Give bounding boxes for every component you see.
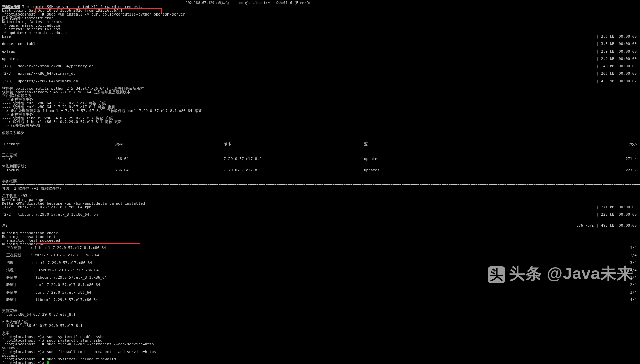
watermark-text: 头条 @Java未来 (509, 265, 633, 282)
command-firewall-https: sudo firewall-cmd --permanent --add-serv… (47, 350, 156, 354)
command-firewall-http: sudo firewall-cmd --permanent --add-serv… (47, 342, 154, 346)
window-menu-icon[interactable]: ▾ (182, 2, 184, 5)
table-border: ========================================… (2, 183, 640, 187)
prompt: [root@localhost ~]# (2, 361, 47, 364)
command-reload-firewalld: sudo systemctl reload firewalld (47, 357, 116, 361)
command-yum-install: sudo yum install -y curl policycoreutils… (47, 12, 185, 17)
minimize-icon[interactable]: — (297, 1, 299, 5)
close-icon[interactable]: × (305, 1, 307, 5)
terminal-output[interactable]: WARNING! The remote SSH server rejected … (0, 0, 640, 364)
window-titlebar: ▾ 192.168.67.129（虚拟机） - root@localhost:~… (182, 1, 312, 5)
window-title: 192.168.67.129（虚拟机） - root@localhost:~ -… (186, 1, 312, 5)
table-row: curlx86_647.29.0-57.el7_8.1updates271 k (2, 157, 638, 161)
table-header: Package架构版本源大小 (2, 142, 638, 146)
watermark: 头头条 @Java未来 (488, 266, 633, 283)
table-row: libcurlx86_647.29.0-57.el7_8.1updates223… (2, 168, 638, 172)
cursor (47, 361, 49, 364)
maximize-icon[interactable]: ▢ (301, 1, 303, 5)
window-controls: — ▢ × (297, 1, 307, 5)
watermark-icon: 头 (488, 266, 505, 283)
table-border: ========================================… (2, 149, 640, 154)
